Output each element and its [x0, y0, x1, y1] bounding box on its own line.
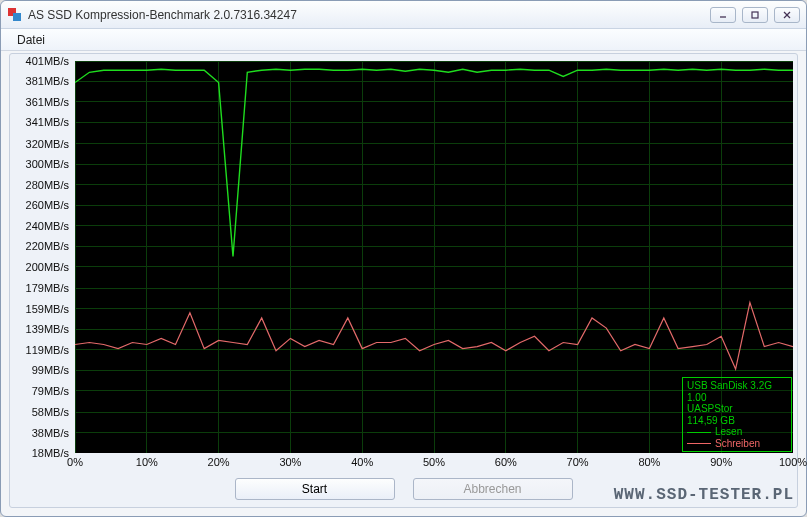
- window-controls: [710, 7, 800, 23]
- x-tick-label: 50%: [423, 456, 445, 468]
- x-tick-label: 100%: [779, 456, 807, 468]
- x-axis-labels: 0%10%20%30%40%50%60%70%80%90%100%: [75, 454, 793, 472]
- y-tick-label: 139MB/s: [26, 323, 69, 335]
- content-pane: 401MB/s381MB/s361MB/s341MB/s320MB/s300MB…: [9, 53, 798, 508]
- menu-bar: Datei: [1, 29, 806, 51]
- y-tick-label: 200MB/s: [26, 261, 69, 273]
- x-tick-label: 40%: [351, 456, 373, 468]
- y-tick-label: 119MB/s: [26, 344, 69, 356]
- y-tick-label: 79MB/s: [32, 385, 69, 397]
- legend-box: USB SanDisk 3.2G 1.00 UASPStor 114,59 GB…: [682, 377, 792, 452]
- y-tick-label: 341MB/s: [26, 116, 69, 128]
- watermark-text: WWW.SSD-TESTER.PL: [614, 486, 794, 504]
- y-tick-label: 159MB/s: [26, 303, 69, 315]
- y-tick-label: 260MB/s: [26, 199, 69, 211]
- y-tick-label: 280MB/s: [26, 179, 69, 191]
- legend-write: Schreiben: [687, 438, 787, 450]
- y-tick-label: 58MB/s: [32, 406, 69, 418]
- y-tick-label: 179MB/s: [26, 282, 69, 294]
- window-title: AS SSD Kompression-Benchmark 2.0.7316.34…: [28, 8, 710, 22]
- legend-driver: UASPStor: [687, 403, 787, 415]
- y-tick-label: 381MB/s: [26, 75, 69, 87]
- app-icon: [7, 7, 23, 23]
- x-tick-label: 10%: [136, 456, 158, 468]
- x-tick-label: 20%: [208, 456, 230, 468]
- y-tick-label: 240MB/s: [26, 220, 69, 232]
- x-tick-label: 90%: [710, 456, 732, 468]
- legend-read: Lesen: [687, 426, 787, 438]
- maximize-button[interactable]: [742, 7, 768, 23]
- y-tick-label: 320MB/s: [26, 138, 69, 150]
- legend-version: 1.00: [687, 392, 787, 404]
- y-tick-label: 99MB/s: [32, 364, 69, 376]
- y-tick-label: 18MB/s: [32, 447, 69, 459]
- start-button[interactable]: Start: [235, 478, 395, 500]
- menu-file[interactable]: Datei: [11, 31, 51, 49]
- y-tick-label: 361MB/s: [26, 96, 69, 108]
- y-tick-label: 300MB/s: [26, 158, 69, 170]
- y-tick-label: 220MB/s: [26, 240, 69, 252]
- y-tick-label: 38MB/s: [32, 427, 69, 439]
- cancel-button: Abbrechen: [413, 478, 573, 500]
- x-tick-label: 0%: [67, 456, 83, 468]
- x-tick-label: 60%: [495, 456, 517, 468]
- y-axis-labels: 401MB/s381MB/s361MB/s341MB/s320MB/s300MB…: [10, 61, 72, 453]
- x-tick-label: 70%: [567, 456, 589, 468]
- x-tick-label: 80%: [638, 456, 660, 468]
- legend-capacity: 114,59 GB: [687, 415, 787, 427]
- x-tick-label: 30%: [279, 456, 301, 468]
- minimize-button[interactable]: [710, 7, 736, 23]
- app-window: AS SSD Kompression-Benchmark 2.0.7316.34…: [0, 0, 807, 517]
- chart-plot-area: USB SanDisk 3.2G 1.00 UASPStor 114,59 GB…: [75, 61, 793, 453]
- legend-device: USB SanDisk 3.2G: [687, 380, 787, 392]
- title-bar: AS SSD Kompression-Benchmark 2.0.7316.34…: [1, 1, 806, 29]
- close-button[interactable]: [774, 7, 800, 23]
- y-tick-label: 401MB/s: [26, 55, 69, 67]
- svg-rect-1: [752, 12, 758, 18]
